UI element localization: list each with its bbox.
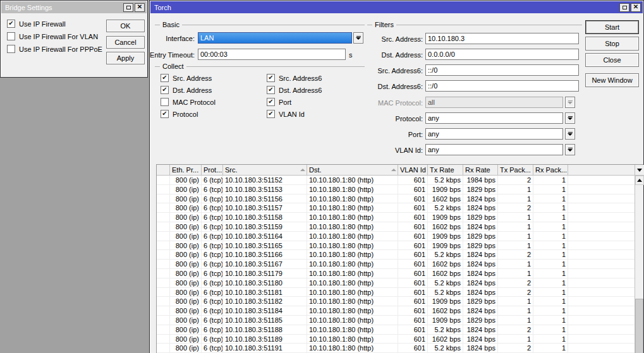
column-header-prot-[interactable]: Prot...	[202, 165, 223, 175]
cell: 5.2 kbps	[428, 278, 463, 287]
table-row[interactable]: 800 (ip)6 (tcp)10.10.180.3:5118810.10.18…	[157, 325, 635, 335]
table-row[interactable]: 800 (ip)6 (tcp)10.10.180.3:5116510.10.18…	[157, 241, 635, 251]
port-dropdown-button[interactable]	[565, 128, 575, 140]
cancel-button[interactable]: Cancel	[106, 36, 145, 49]
collect-vlan-id-checkbox[interactable]: ✔	[267, 110, 275, 118]
table-row[interactable]: 800 (ip)6 (tcp)10.10.180.3:5116710.10.18…	[157, 260, 635, 269]
table-row[interactable]: 800 (ip)6 (tcp)10.10.180.3:5115810.10.18…	[157, 213, 635, 222]
cell: 10.10.180.3:51182	[223, 297, 307, 306]
table-row[interactable]: 800 (ip)6 (tcp)10.10.180.3:5115310.10.18…	[157, 185, 635, 194]
cell: 1	[533, 344, 568, 352]
collect-group-legend: Collect	[155, 63, 365, 70]
new-window-button[interactable]: New Window	[585, 73, 639, 87]
table-row[interactable]: 800 (ip)6 (tcp)10.10.180.3:5115210.10.18…	[157, 176, 635, 185]
torch-titlebar[interactable]: Torch ✕	[150, 1, 643, 13]
row-select-cell	[157, 306, 170, 315]
table-row[interactable]: 800 (ip)6 (tcp)10.10.180.3:5118010.10.18…	[157, 278, 635, 288]
table-row[interactable]: 800 (ip)6 (tcp)10.10.180.3:5115610.10.18…	[157, 194, 635, 204]
collect-dst-address6-checkbox[interactable]: ✔	[267, 86, 275, 94]
cell: 10.10.180.3:51156	[223, 194, 307, 203]
cell: 10.10.180.1:80 (http)	[307, 306, 398, 315]
column-header-tx-pack-[interactable]: Tx Pack...	[498, 165, 533, 175]
cell: 1	[498, 185, 533, 194]
protocol-select[interactable]: any	[425, 112, 563, 124]
collect-src-address6-checkbox[interactable]: ✔	[267, 74, 275, 82]
stop-button[interactable]: Stop	[585, 37, 639, 51]
bridge-option-0-checkbox[interactable]: ✔	[7, 20, 15, 28]
checkmark-icon: ✔	[8, 20, 13, 27]
start-button[interactable]: Start	[585, 20, 639, 34]
close-button[interactable]: ✕	[135, 3, 145, 12]
close-button[interactable]: Close	[585, 53, 639, 67]
close-button[interactable]: ✕	[631, 3, 641, 12]
maximize-button[interactable]	[123, 3, 133, 12]
cell: 1	[533, 203, 568, 212]
cell: 10.10.180.1:80 (http)	[307, 213, 398, 222]
row-select-cell	[157, 241, 170, 250]
cell: 1	[533, 213, 568, 222]
collect-mac-protocol-checkbox[interactable]	[161, 98, 169, 106]
bridge-option-1-checkbox[interactable]	[7, 32, 15, 40]
table-row[interactable]: 800 (ip)6 (tcp)10.10.180.3:5115710.10.18…	[157, 203, 635, 213]
collect-src-address-checkbox[interactable]: ✔	[161, 74, 169, 82]
cell: 800 (ip)	[170, 335, 202, 344]
cell: 800 (ip)	[170, 213, 202, 222]
interface-select[interactable]: LAN	[198, 32, 352, 44]
column-header-src-[interactable]: Src.	[223, 165, 307, 175]
table-row[interactable]: 800 (ip)6 (tcp)10.10.180.3:5118410.10.18…	[157, 306, 635, 316]
maximize-button[interactable]	[619, 3, 629, 12]
interface-dropdown-button[interactable]	[353, 32, 363, 44]
column-header-rx-pack-[interactable]: Rx Pack...	[533, 165, 568, 175]
cell: 1984 bps	[463, 176, 498, 184]
cell: 10.10.180.3:51157	[223, 203, 307, 212]
cell: 800 (ip)	[170, 185, 202, 194]
column-header-vlan-id[interactable]: VLAN Id	[398, 165, 428, 175]
cell: 1	[498, 297, 533, 306]
protocol-dropdown-button[interactable]	[565, 112, 575, 124]
table-row[interactable]: 800 (ip)6 (tcp)10.10.180.3:5119110.10.18…	[157, 344, 635, 353]
column-header-tx-rate[interactable]: Tx Rate	[428, 165, 463, 175]
table-row[interactable]: 800 (ip)6 (tcp)10.10.180.3:5116410.10.18…	[157, 232, 635, 241]
dst-address-input[interactable]: 0.0.0.0/0	[425, 49, 579, 60]
table-row[interactable]: 800 (ip)6 (tcp)10.10.180.3:5115910.10.18…	[157, 222, 635, 232]
apply-button[interactable]: Apply	[106, 52, 145, 64]
table-row[interactable]: 800 (ip)6 (tcp)10.10.180.3:5117910.10.18…	[157, 269, 635, 278]
table-row[interactable]: 800 (ip)6 (tcp)10.10.180.3:5118510.10.18…	[157, 316, 635, 325]
cell: 10.10.180.1:80 (http)	[307, 316, 398, 325]
entry-timeout-input[interactable]: 00:00:03	[198, 49, 346, 60]
cell: 800 (ip)	[170, 297, 202, 306]
vlan-id-select[interactable]: any	[425, 144, 563, 155]
cell: 1824 bps	[463, 194, 498, 203]
scrollbar-thumb[interactable]	[635, 299, 643, 353]
table-row[interactable]: 800 (ip)6 (tcp)10.10.180.3:5118210.10.18…	[157, 297, 635, 306]
filler-cell	[568, 176, 635, 184]
column-header-rx-rate[interactable]: Rx Rate	[463, 165, 498, 175]
cell: 800 (ip)	[170, 269, 202, 278]
cell: 1	[533, 306, 568, 315]
column-select-button[interactable]	[635, 165, 644, 176]
vlan-id-dropdown-button[interactable]	[565, 144, 575, 155]
table-row[interactable]: 800 (ip)6 (tcp)10.10.180.3:5118910.10.18…	[157, 335, 635, 344]
dst-address6-input[interactable]: ::/0	[425, 80, 579, 92]
collect-port-checkbox[interactable]: ✔	[267, 98, 275, 106]
port-select[interactable]: any	[425, 128, 563, 140]
table-row[interactable]: 800 (ip)6 (tcp)10.10.180.3:5116610.10.18…	[157, 250, 635, 260]
collect-protocol-checkbox[interactable]: ✔	[161, 110, 169, 118]
src-address-input[interactable]: 10.10.180.3	[425, 33, 579, 44]
column-header-dst-[interactable]: Dst.	[307, 165, 398, 175]
row-select-cell	[157, 325, 170, 334]
column-header-blank-10[interactable]	[568, 165, 635, 175]
bridge-settings-titlebar[interactable]: Bridge Settings ✕	[1, 1, 147, 13]
dropdown-icon	[568, 132, 573, 133]
bridge-option-2-checkbox[interactable]	[7, 45, 15, 53]
table-row[interactable]: 800 (ip)6 (tcp)10.10.180.3:5118110.10.18…	[157, 288, 635, 297]
ok-button[interactable]: OK	[106, 20, 145, 32]
src-address6-input[interactable]: ::/0	[425, 64, 579, 76]
table-scrollbar[interactable]	[635, 165, 643, 353]
cell: 6 (tcp)	[202, 185, 223, 194]
collect-dst-address-checkbox[interactable]: ✔	[161, 86, 169, 94]
cell: 1909 bps	[428, 232, 463, 241]
scroll-up-button[interactable]	[635, 176, 644, 185]
column-header-blank-0[interactable]	[157, 165, 170, 175]
column-header-eth-pr-[interactable]: Eth. Pr...	[170, 165, 202, 175]
